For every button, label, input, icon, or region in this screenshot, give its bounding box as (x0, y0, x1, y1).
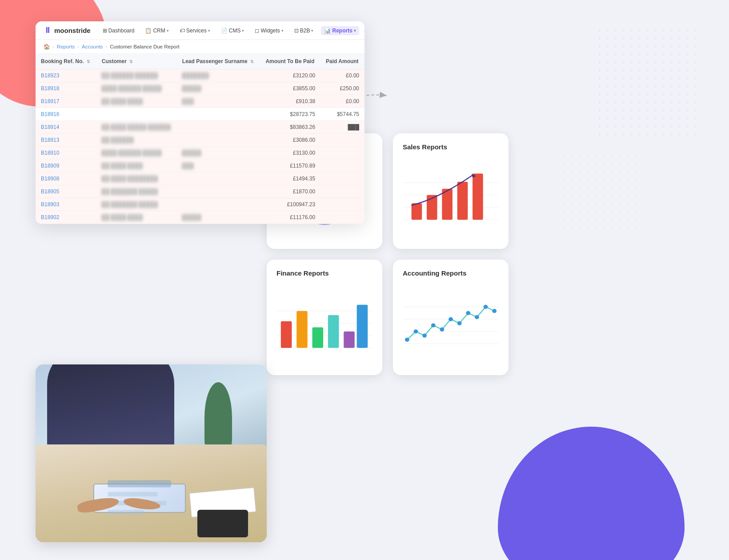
cell-booking-ref[interactable]: B18916 (36, 108, 96, 121)
svg-point-38 (484, 304, 488, 308)
cell-surname (177, 134, 260, 147)
finance-bar-chart (276, 299, 373, 352)
finance-chart-area (276, 283, 373, 367)
cell-booking-ref[interactable]: B18909 (36, 160, 96, 172)
reports-nav-icon: 📊 (324, 28, 331, 34)
cell-customer: ██ ██████ ██████ (96, 69, 177, 82)
nav-widgets[interactable]: ◻ Widgets ▾ (252, 26, 286, 35)
table-row: B18905██ ███████ █████£1870.00 (36, 185, 364, 198)
cell-amount: £100947.23 (260, 198, 320, 211)
cell-customer: ████ ██████ █████ (96, 82, 177, 95)
cell-booking-ref[interactable]: B18908 (36, 172, 96, 185)
nav-b2b[interactable]: ⊡ B2B ▾ (291, 26, 317, 35)
sep2: › (77, 44, 79, 49)
cell-amount: £910.38 (260, 95, 320, 108)
cell-amount: £3120.00 (260, 69, 320, 82)
sales-reports-card[interactable]: Sales Reports (393, 133, 509, 249)
svg-point-30 (414, 329, 418, 333)
cell-surname: ███ (177, 95, 260, 108)
cell-booking-ref[interactable]: B18902 (36, 211, 96, 224)
plant-decoration (204, 382, 232, 453)
cell-surname: █████ (177, 211, 260, 224)
cell-paid (320, 211, 364, 224)
svg-rect-19 (281, 321, 292, 348)
svg-rect-13 (473, 173, 483, 220)
cell-paid: £0.00 (320, 95, 364, 108)
table-row: B18923██ ██████ █████████████£3120.00£0.… (36, 69, 364, 82)
cell-customer: ██ ████ ████ (96, 211, 177, 224)
cell-customer: ██ ████ ████ (96, 160, 177, 172)
cell-paid (320, 134, 364, 147)
nav-reports[interactable]: 📊 Reports ▾ (321, 26, 359, 35)
cell-surname (177, 198, 260, 211)
svg-rect-12 (457, 182, 468, 220)
cell-booking-ref[interactable]: B18917 (36, 95, 96, 108)
cell-booking-ref[interactable]: B18905 (36, 185, 96, 198)
cell-booking-ref[interactable]: B18903 (36, 198, 96, 211)
cell-surname: █████ (177, 82, 260, 95)
services-caret: ▾ (208, 28, 210, 33)
nav-reports-label: Reports (332, 28, 352, 34)
cell-booking-ref[interactable]: B18923 (36, 69, 96, 82)
nav-services-label: Services (186, 28, 207, 34)
svg-point-31 (422, 333, 427, 337)
more-icon[interactable]: ⚙ (364, 27, 364, 34)
bg-dots-topright (596, 27, 702, 142)
nav-dashboard[interactable]: ⊞ Dashboard (100, 26, 138, 35)
nav-cms-label: CMS (229, 28, 241, 34)
cell-customer (96, 108, 177, 121)
svg-point-35 (457, 321, 462, 325)
cell-booking-ref[interactable]: B18914 (36, 121, 96, 134)
cell-booking-ref[interactable]: B18910 (36, 147, 96, 160)
col-surname[interactable]: Lead Passenger Surname ⇅ (177, 54, 260, 69)
svg-rect-9 (412, 203, 422, 220)
bg-dots-midright (560, 151, 640, 231)
col-booking-ref[interactable]: Booking Ref. No. ⇅ (36, 54, 96, 69)
cell-paid (320, 198, 364, 211)
sort-booking-icon: ⇅ (87, 60, 90, 64)
cell-booking-ref[interactable]: B18918 (36, 82, 96, 95)
cell-amount: £1870.00 (260, 185, 320, 198)
services-icon: 🏷 (180, 28, 185, 34)
svg-point-33 (440, 327, 444, 331)
breadcrumb-accounts[interactable]: Accounts (82, 44, 103, 49)
accounting-line-chart (403, 299, 499, 352)
svg-point-34 (449, 317, 453, 321)
cell-paid: £0.00 (320, 69, 364, 82)
crm-icon: 📋 (145, 28, 152, 34)
svg-rect-43 (108, 510, 144, 515)
sales-bar-chart (403, 170, 499, 228)
table-row: B18918████ ██████ ██████████£3855.00£250… (36, 82, 364, 95)
home-icon[interactable]: 🏠 (44, 44, 50, 50)
finance-reports-card[interactable]: Finance Reports (267, 260, 382, 375)
cell-customer: ██ ███████ █████ (96, 185, 177, 198)
table-row: B18910████ ██████ ██████████£3130.00 (36, 147, 364, 160)
sort-surname-icon: ⇅ (250, 60, 254, 64)
cell-surname (177, 108, 260, 121)
col-customer-label: Customer (102, 58, 127, 64)
cell-customer: ██ ███████ █████ (96, 198, 177, 211)
table-row: B18914██ ████ █████ ██████$83863.26███ (36, 121, 364, 134)
col-amount: Amount To Be Paid (260, 54, 320, 69)
svg-rect-41 (108, 492, 158, 496)
cell-paid (320, 160, 364, 172)
nav-crm[interactable]: 📋 CRM ▾ (142, 26, 172, 35)
cell-booking-ref[interactable]: B18913 (36, 134, 96, 147)
accounting-chart-area (403, 283, 499, 367)
logo-text: moonstride (54, 27, 91, 34)
breadcrumb-reports[interactable]: Reports (57, 44, 75, 49)
sort-customer-icon: ⇅ (129, 60, 133, 64)
col-amount-label: Amount To Be Paid (265, 58, 314, 64)
svg-point-32 (431, 323, 436, 327)
cell-paid (320, 147, 364, 160)
nav-services[interactable]: 🏷 Services ▾ (176, 26, 213, 35)
table-row: B18916$28723.75$5744.75 (36, 108, 364, 121)
col-customer[interactable]: Customer ⇅ (96, 54, 177, 69)
cell-paid (320, 172, 364, 185)
cell-customer: ██ ██████ (96, 134, 177, 147)
accounting-reports-card[interactable]: Accounting Reports (393, 260, 509, 375)
table-row: B18913██ ██████£3086.00 (36, 134, 364, 147)
b2b-icon: ⊡ (294, 28, 299, 34)
cell-amount: £1494.35 (260, 172, 320, 185)
nav-cms[interactable]: 📄 CMS ▾ (218, 26, 248, 35)
